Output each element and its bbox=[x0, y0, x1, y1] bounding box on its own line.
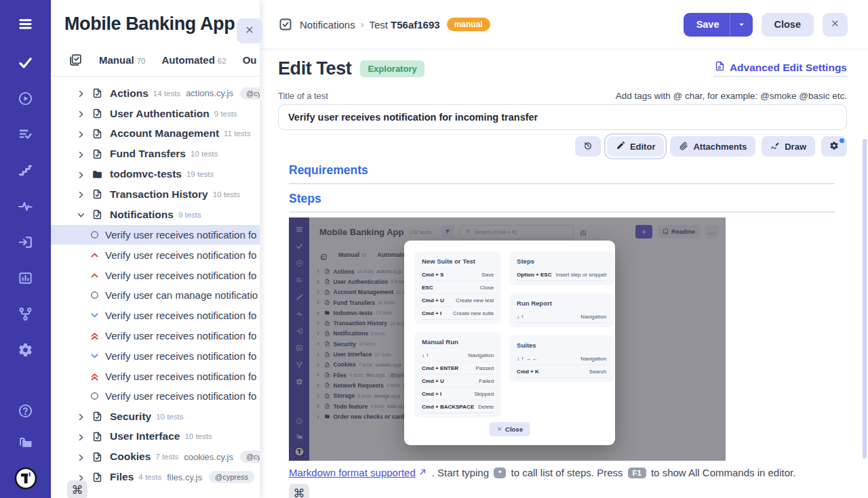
help-circle-icon[interactable] bbox=[18, 403, 33, 419]
requirements-heading[interactable]: Requirements bbox=[289, 163, 847, 178]
save-caret-icon[interactable] bbox=[730, 21, 753, 28]
shortcut-group: New Suite or TestCmd + SSaveESCCloseCmd … bbox=[414, 251, 501, 324]
test-title-input[interactable] bbox=[278, 104, 847, 130]
priority-none-icon bbox=[90, 391, 100, 401]
advanced-settings-icon bbox=[714, 60, 726, 75]
manual-badge: manual bbox=[447, 18, 490, 31]
tree-suite-row[interactable]: Transaction History10 tests bbox=[51, 184, 260, 205]
tree-item-name: Verify user receives notification fo bbox=[105, 390, 256, 402]
tree-test-row[interactable]: Verify user receives notification fo bbox=[51, 245, 260, 265]
tree-suite-row[interactable]: Actions14 testsactions.cy.js@cypress bbox=[51, 83, 260, 104]
chevron-right-icon[interactable] bbox=[77, 190, 85, 199]
main-panel: Notifications › Test T56af1693 manual Sa… bbox=[260, 0, 868, 498]
chevron-right-icon[interactable] bbox=[77, 129, 85, 138]
check-icon[interactable] bbox=[18, 55, 33, 70]
editor-tab-button[interactable]: Editor bbox=[607, 136, 665, 157]
tree-item-name: Security bbox=[110, 411, 151, 423]
drawer-tab-ou[interactable]: Ou bbox=[243, 54, 257, 66]
steps-icon[interactable] bbox=[18, 163, 33, 178]
shortcut-row: Cmd + ISkipped bbox=[422, 388, 494, 400]
history-icon bbox=[583, 141, 593, 152]
tree-item-count: 10 tests bbox=[184, 432, 212, 440]
testcollab-logo-icon[interactable] bbox=[14, 467, 37, 490]
attachments-tab-button[interactable]: Attachments bbox=[670, 136, 755, 157]
shortcut-keys: Cmd + I bbox=[422, 391, 441, 397]
shortcut-row: ↓ ↑Navigation bbox=[517, 310, 606, 323]
steps-heading[interactable]: Steps bbox=[289, 192, 847, 206]
shortcut-row: ESCClose bbox=[422, 281, 494, 294]
tree-suite-row[interactable]: Fund Transfers10 tests bbox=[51, 144, 260, 164]
priority-critical-icon bbox=[90, 371, 100, 381]
shortcut-group: StepsOption + ESCInsert step or snippet bbox=[509, 251, 614, 285]
chevron-right-icon[interactable] bbox=[77, 412, 85, 421]
advanced-edit-settings-link[interactable]: Advanced Edit Settings bbox=[714, 60, 847, 77]
tree-suite-row[interactable]: Security10 tests bbox=[51, 407, 260, 427]
tree-item-count: 11 tests bbox=[224, 129, 250, 138]
tree-suite-row[interactable]: Account Management11 tests bbox=[51, 124, 260, 144]
close-button[interactable]: Close bbox=[762, 13, 814, 37]
markdown-supported-link[interactable]: Markdown format supported bbox=[289, 467, 427, 478]
page-title: Edit Test bbox=[278, 58, 351, 79]
tree-item-tag-badge: @cypress bbox=[209, 471, 254, 483]
tree-item-file: cookies.cy.js bbox=[184, 452, 233, 462]
shortcut-action: Navigation bbox=[468, 352, 494, 358]
tree-suite-row[interactable]: Notifications9 tests bbox=[51, 205, 260, 225]
shortcut-row: Cmd + ENTERPassed bbox=[422, 362, 494, 375]
tree-test-row[interactable]: Verify user receives notification fo bbox=[51, 386, 260, 407]
chevron-right-icon[interactable] bbox=[77, 453, 85, 461]
shortcut-keys: Cmd + I bbox=[422, 310, 441, 316]
test-type-badge: Exploratory bbox=[360, 60, 424, 77]
tree-item-name: Cookies bbox=[110, 451, 151, 463]
drawer-tab-manual[interactable]: Manual70 bbox=[99, 54, 145, 66]
bar-chart-icon[interactable] bbox=[18, 270, 33, 286]
activity-icon[interactable] bbox=[18, 199, 33, 214]
main-scrollbar[interactable] bbox=[863, 139, 867, 459]
tree-test-row[interactable]: Verify user receives notification fo bbox=[51, 326, 260, 346]
git-fork-icon[interactable] bbox=[18, 306, 33, 322]
dismiss-button[interactable] bbox=[823, 13, 848, 37]
tree-test-row[interactable]: Verify user receives notification fo bbox=[51, 346, 260, 366]
checklist-icon[interactable] bbox=[18, 127, 33, 142]
command-key-badge[interactable]: ⌘ bbox=[67, 480, 87, 498]
gear-icon[interactable] bbox=[18, 342, 33, 358]
menu-icon[interactable] bbox=[18, 16, 33, 32]
chevron-down-icon[interactable] bbox=[77, 210, 85, 219]
tree-suite-row[interactable]: User Authentication9 tests bbox=[51, 104, 260, 124]
shortcut-action: Navigation bbox=[580, 356, 606, 362]
tree-suite-row[interactable]: todomvc-tests19 tests bbox=[51, 164, 260, 184]
draw-tab-button[interactable]: Draw bbox=[762, 136, 815, 157]
command-key-badge[interactable]: ⌘ bbox=[289, 484, 309, 498]
tree-suite-row[interactable]: Cookies7 testscookies.cy.js@cypress bbox=[51, 447, 260, 467]
chevron-right-icon[interactable] bbox=[77, 109, 85, 118]
chevron-right-icon[interactable] bbox=[77, 432, 85, 441]
tree-test-row[interactable]: Verify user receives notification fo bbox=[51, 265, 260, 285]
chevron-right-icon[interactable] bbox=[77, 89, 85, 98]
chevron-right-icon[interactable] bbox=[77, 170, 85, 179]
shortcut-group: Manual Run↓ ↑NavigationCmd + ENTERPassed… bbox=[414, 332, 501, 417]
tree-test-row[interactable]: Verify user receives notification fo bbox=[51, 225, 260, 245]
editor-sections: Requirements Steps Mobile Banking App 13… bbox=[289, 163, 847, 498]
play-circle-icon[interactable] bbox=[18, 91, 33, 106]
chevron-right-icon[interactable] bbox=[77, 150, 85, 159]
tree-test-row[interactable]: Verify user receives notification fo bbox=[51, 306, 260, 326]
shortcut-action: Passed bbox=[475, 365, 494, 371]
save-button[interactable]: Save bbox=[684, 13, 753, 37]
folders-icon[interactable] bbox=[18, 435, 33, 451]
rail-group bbox=[18, 55, 33, 358]
shortcut-action: Delete bbox=[478, 404, 494, 410]
sign-in-icon[interactable] bbox=[18, 234, 33, 250]
tree-test-row[interactable]: Verify user can manage notificatio bbox=[51, 285, 260, 306]
drawer-close-button[interactable] bbox=[237, 18, 262, 43]
history-button[interactable] bbox=[575, 136, 601, 157]
shortcut-group-title: Suites bbox=[517, 341, 606, 349]
tree-test-row[interactable]: Verify user receives notification fo bbox=[51, 366, 260, 386]
pencil-icon bbox=[616, 141, 625, 152]
drawer-tab-automated[interactable]: Automated62 bbox=[161, 54, 226, 66]
file-check-icon bbox=[92, 188, 103, 200]
editor-footer-hint: Markdown format supported . Start typing… bbox=[289, 467, 847, 478]
title-field-label: Title of a test bbox=[278, 91, 328, 101]
breadcrumb-section[interactable]: Notifications bbox=[300, 19, 355, 30]
tree-suite-row[interactable]: User Interface10 tests bbox=[51, 427, 260, 447]
file-check-icon bbox=[92, 209, 103, 220]
editor-settings-button[interactable] bbox=[821, 136, 847, 157]
